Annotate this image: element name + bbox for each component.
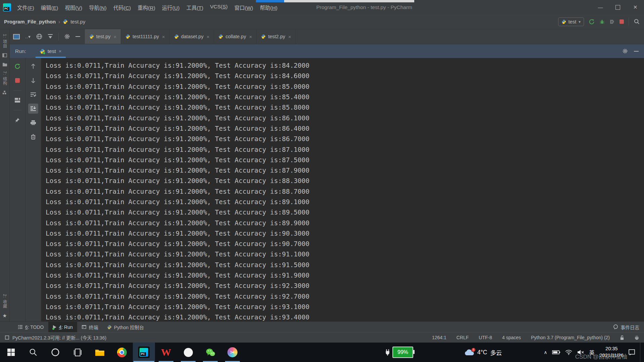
close-tab-icon[interactable]: × — [207, 34, 210, 40]
editor-tabs: test.py×test11111.py×dataset.py×collate.… — [85, 29, 296, 44]
close-button[interactable]: × — [627, 0, 644, 14]
editor-tab-test.py[interactable]: test.py× — [85, 29, 121, 44]
globe-icon[interactable] — [36, 34, 42, 40]
volume-muted-icon[interactable] — [577, 350, 584, 355]
scroll-to-end-button[interactable] — [28, 104, 38, 114]
tab-bar-toolbar: ..▾ — [10, 29, 85, 44]
snipping-app-button[interactable]: ✂ — [221, 343, 244, 362]
menu-item-2[interactable]: 视图(V) — [62, 2, 86, 13]
python-console-tool-button[interactable]: Python 控制台 — [103, 322, 148, 332]
wps-button[interactable]: W — [155, 343, 177, 362]
menu-item-1[interactable]: 编辑(E) — [38, 2, 62, 13]
rerun-button[interactable] — [12, 61, 22, 71]
pycharm-taskbar-button[interactable]: PC — [133, 343, 155, 362]
media-app-button[interactable] — [177, 343, 199, 362]
debug-button[interactable] — [599, 19, 605, 24]
tray-expand-icon[interactable]: ∧ — [544, 350, 547, 355]
star-icon[interactable]: ★ — [2, 313, 7, 319]
start-button[interactable] — [0, 343, 22, 362]
menu-item-0[interactable]: 文件(F) — [14, 2, 38, 13]
wechat-button[interactable] — [199, 343, 221, 362]
minimize-button[interactable]: — — [592, 0, 609, 14]
run-tab-test[interactable]: test × — [35, 44, 66, 58]
editor-tab-dataset.py[interactable]: dataset.py× — [170, 29, 214, 44]
run-tool-button[interactable]: 4: Run — [48, 322, 77, 332]
collapse-all-icon[interactable] — [48, 34, 53, 39]
coverage-button[interactable] — [609, 19, 615, 24]
event-log-button[interactable]: 事件日志 — [608, 322, 644, 332]
file-encoding[interactable]: UTF-8 — [479, 335, 492, 340]
sidebar-item-structure[interactable]: 7: 结构 — [2, 71, 8, 86]
breadcrumb-file[interactable]: test.py — [70, 19, 85, 24]
chrome-button[interactable] — [111, 343, 133, 362]
gear-icon[interactable] — [622, 48, 628, 54]
indent-style[interactable]: 4 spaces — [502, 335, 521, 340]
line-separator[interactable]: CRLF — [457, 335, 469, 340]
down-stack-trace-button[interactable] — [28, 75, 38, 85]
breadcrumb-project[interactable]: Program_File_python — [4, 19, 56, 24]
show-desktop-button[interactable] — [640, 343, 643, 362]
status-message-area[interactable]: PyCharm2021.2.3可用: // 更新... (今天 13:36) — [5, 334, 106, 341]
soft-wrap-button[interactable] — [28, 89, 38, 100]
editor-tab-test2.py[interactable]: test2.py× — [257, 29, 296, 44]
close-tab-icon[interactable]: × — [288, 34, 291, 40]
terminal-tool-button[interactable]: 终端 — [77, 322, 103, 332]
hide-tool-window-icon[interactable] — [634, 51, 639, 52]
action-center-icon[interactable] — [629, 349, 635, 356]
file-explorer-button[interactable] — [89, 343, 111, 362]
hide-panel-icon[interactable] — [75, 36, 80, 37]
battery-icon[interactable] — [552, 350, 560, 354]
sidebar-item-favorites[interactable]: 2: 收藏 — [2, 294, 8, 309]
menu-item-10[interactable]: 帮助(H) — [257, 2, 281, 13]
search-everywhere-icon[interactable] — [634, 18, 640, 25]
stop-button[interactable] — [12, 75, 22, 85]
battery-widget[interactable]: 99% — [385, 343, 413, 362]
menu-item-7[interactable]: 工具(T) — [183, 2, 207, 13]
menu-item-4[interactable]: 代码(C) — [110, 2, 135, 13]
menu-item-9[interactable]: 窗口(W) — [231, 2, 257, 13]
editor-tab-test11111.py[interactable]: test11111.py× — [121, 29, 170, 44]
weather-cloud-icon — [464, 349, 474, 356]
maximize-button[interactable] — [609, 0, 627, 14]
taskbar-clock[interactable]: 20:35 2021/11/26 — [600, 346, 624, 359]
close-run-tab-icon[interactable]: × — [59, 48, 62, 54]
wechat-icon — [206, 348, 215, 357]
up-stack-trace-button[interactable] — [28, 61, 38, 71]
folder-icon[interactable] — [2, 62, 7, 67]
pin-tab-button[interactable] — [12, 115, 22, 125]
cortana-button[interactable] — [44, 343, 66, 362]
console-line: Loss is:0.0711,Train Accuracy is:91.2000… — [46, 113, 644, 123]
caret-position[interactable]: 1264:1 — [432, 335, 446, 340]
sidebar-item-project[interactable]: 1: 项目 — [2, 34, 8, 49]
editor-tab-collate.py[interactable]: collate.py× — [214, 29, 257, 44]
restore-layout-button[interactable] — [12, 95, 22, 105]
terminal-icon — [82, 325, 87, 329]
close-tab-icon[interactable]: × — [162, 34, 165, 40]
taskbar-search-button[interactable] — [22, 343, 44, 362]
clear-console-button[interactable] — [28, 132, 38, 142]
print-button[interactable] — [28, 118, 38, 128]
run-configuration-select[interactable]: test ▾ — [558, 17, 584, 26]
task-view-button[interactable] — [66, 343, 89, 362]
unlock-icon[interactable] — [620, 335, 624, 340]
menu-item-6[interactable]: 运行(U) — [159, 2, 183, 13]
run-button[interactable] — [589, 19, 595, 25]
input-language-indicator[interactable]: 英 — [589, 348, 594, 356]
close-tab-icon[interactable]: × — [249, 34, 252, 40]
monitor-icon[interactable] — [13, 34, 20, 40]
window-icon[interactable] — [2, 53, 7, 58]
close-tab-icon[interactable]: × — [113, 34, 116, 40]
console-output[interactable]: Loss is:0.0711,Train Accuracy is:91.2000… — [41, 58, 644, 321]
wifi-icon[interactable] — [565, 350, 572, 355]
menu-item-5[interactable]: 重构(R) — [134, 2, 159, 13]
gear-icon[interactable] — [64, 34, 70, 40]
python-interpreter[interactable]: Python 3.7 (Program_File_python) (2) — [531, 335, 610, 340]
more-options-icon[interactable]: ..▾ — [25, 34, 31, 39]
stop-button[interactable] — [620, 19, 624, 24]
menu-item-8[interactable]: VCS(S) — [207, 2, 231, 13]
weather-widget[interactable]: 4°C 多云 — [464, 343, 502, 362]
inspection-profile-icon[interactable] — [634, 335, 639, 340]
structure-icon[interactable] — [2, 90, 7, 95]
menu-item-3[interactable]: 导航(N) — [86, 2, 110, 13]
todo-tool-button[interactable]: 6: TODO — [13, 322, 48, 332]
